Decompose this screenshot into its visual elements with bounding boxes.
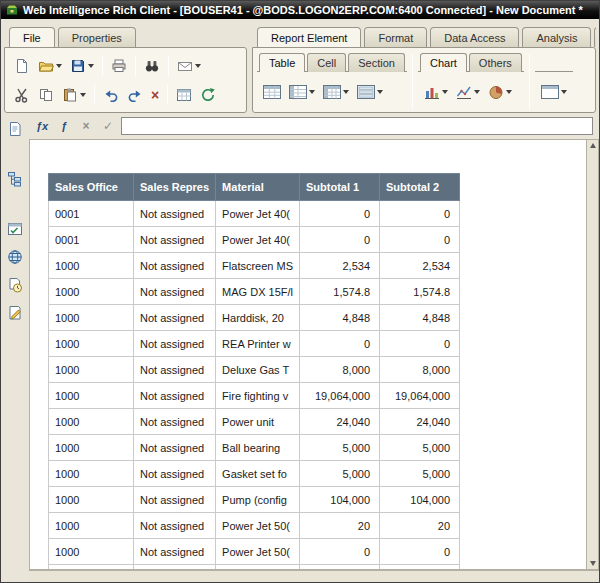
tab-cell[interactable]: Cell	[307, 53, 346, 72]
undo-button[interactable]	[99, 83, 123, 107]
table-cell[interactable]: 1000	[49, 279, 134, 305]
open-button[interactable]	[34, 54, 66, 78]
table-cell[interactable]: 20	[380, 565, 460, 571]
document-summary-button[interactable]	[4, 118, 26, 140]
delete-button[interactable]: ×	[147, 83, 163, 107]
validate-formula-button[interactable]: ✓	[99, 117, 117, 135]
table-cell[interactable]: 1000	[49, 487, 134, 513]
table-cell[interactable]: 5,000	[300, 435, 380, 461]
insert-bar-chart-button[interactable]	[420, 80, 452, 104]
tab-section[interactable]: Section	[348, 53, 405, 72]
define-vertical-table-button[interactable]	[259, 80, 285, 104]
paste-button[interactable]	[58, 83, 90, 107]
tab-others[interactable]: Others	[469, 53, 522, 72]
table-cell[interactable]: 19,064,000	[300, 383, 380, 409]
table-cell[interactable]: 0	[300, 539, 380, 565]
redo-button[interactable]	[123, 83, 147, 107]
table-cell[interactable]: 104,000	[380, 487, 460, 513]
table-cell[interactable]: 1,574.8	[380, 279, 460, 305]
column-header[interactable]: Subtotal 1	[300, 174, 380, 201]
table-cell[interactable]: 8,000	[300, 357, 380, 383]
table-cell[interactable]: 8,000	[380, 357, 460, 383]
table-cell[interactable]: 0	[300, 227, 380, 253]
table-cell[interactable]: 20	[300, 513, 380, 539]
table-cell[interactable]: Gasket set fo	[216, 461, 300, 487]
table-cell[interactable]: 5,000	[380, 435, 460, 461]
input-controls-button[interactable]	[4, 218, 26, 240]
table-cell[interactable]: 1000	[49, 539, 134, 565]
table-cell[interactable]: 0	[300, 331, 380, 357]
table-cell[interactable]: 1000	[49, 409, 134, 435]
scroll-down-icon[interactable]	[590, 561, 596, 566]
horizontal-scrollbar[interactable]	[29, 570, 599, 582]
define-crosstab-button[interactable]	[319, 80, 353, 104]
table-cell[interactable]: 4,848	[380, 305, 460, 331]
table-cell[interactable]: Harddisk, 20	[216, 305, 300, 331]
table-cell[interactable]: Not assigned	[134, 409, 216, 435]
table-cell[interactable]: 19,064,000	[380, 383, 460, 409]
table-cell[interactable]: Not assigned	[134, 461, 216, 487]
table-cell[interactable]: Power Jet 40(	[216, 227, 300, 253]
tab-page-setup[interactable]: Page Setup	[594, 27, 596, 47]
copy-button[interactable]	[34, 83, 58, 107]
table-cell[interactable]: Power Jet 50(	[216, 539, 300, 565]
table-cell[interactable]: REA Printer w	[216, 331, 300, 357]
table-cell[interactable]: 104,000	[300, 487, 380, 513]
table-cell[interactable]: Deluxe Gas T	[216, 357, 300, 383]
design-button[interactable]	[172, 83, 196, 107]
cancel-formula-button[interactable]: ×	[77, 117, 95, 135]
tab-report-element[interactable]: Report Element	[257, 27, 361, 47]
table-cell[interactable]: Not assigned	[134, 227, 216, 253]
table-cell[interactable]: 0	[380, 201, 460, 227]
table-cell[interactable]: Pump (config	[216, 487, 300, 513]
define-horizontal-table-button[interactable]	[285, 80, 319, 104]
tab-format[interactable]: Format	[364, 27, 427, 47]
table-cell[interactable]: Not assigned	[134, 435, 216, 461]
more-tools-button[interactable]	[537, 80, 571, 104]
table-cell[interactable]: Not assigned	[134, 539, 216, 565]
table-cell[interactable]: 0001	[49, 227, 134, 253]
table-cell[interactable]: Not assigned	[134, 513, 216, 539]
table-cell[interactable]: 1000	[49, 513, 134, 539]
table-cell[interactable]: Flatscreen MS	[216, 253, 300, 279]
table-cell[interactable]: Industry Clea	[216, 565, 300, 571]
table-cell[interactable]: 5,000	[380, 461, 460, 487]
table-cell[interactable]: 2,534	[380, 253, 460, 279]
tab-chart[interactable]: Chart	[420, 53, 467, 72]
tab-data-access[interactable]: Data Access	[430, 27, 519, 47]
table-cell[interactable]: 0	[380, 227, 460, 253]
define-form-button[interactable]	[353, 80, 387, 104]
formula-toolbar-button[interactable]: ƒx	[33, 117, 51, 135]
table-cell[interactable]: 1,574.8	[300, 279, 380, 305]
cut-button[interactable]	[10, 83, 34, 107]
column-header[interactable]: Material	[216, 174, 300, 201]
table-cell[interactable]: Not assigned	[134, 357, 216, 383]
formula-input[interactable]	[121, 117, 593, 135]
table-cell[interactable]: 5,000	[300, 461, 380, 487]
table-cell[interactable]: 2,534	[300, 253, 380, 279]
find-button[interactable]	[140, 54, 164, 78]
report-canvas[interactable]: Sales OfficeSales RepresMaterialSubtotal…	[29, 139, 586, 570]
table-cell[interactable]: 4,848	[300, 305, 380, 331]
table-cell[interactable]: 20	[380, 513, 460, 539]
table-cell[interactable]: 1000	[49, 435, 134, 461]
navigation-map-button[interactable]	[4, 168, 26, 190]
vertical-scrollbar[interactable]	[586, 139, 599, 570]
table-cell[interactable]: 20	[300, 565, 380, 571]
save-button[interactable]	[66, 54, 98, 78]
table-cell[interactable]: Not assigned	[134, 201, 216, 227]
table-cell[interactable]: 1000	[49, 357, 134, 383]
table-cell[interactable]: 1000	[49, 565, 134, 571]
table-cell[interactable]: 0	[380, 539, 460, 565]
insert-line-chart-button[interactable]	[452, 80, 484, 104]
tab-analysis[interactable]: Analysis	[522, 27, 591, 47]
table-cell[interactable]: 24,040	[300, 409, 380, 435]
scroll-up-icon[interactable]	[590, 143, 596, 148]
web-button[interactable]	[4, 246, 26, 268]
table-cell[interactable]: 1000	[49, 461, 134, 487]
table-cell[interactable]: Not assigned	[134, 383, 216, 409]
table-cell[interactable]: Not assigned	[134, 305, 216, 331]
tab-file[interactable]: File	[9, 27, 55, 47]
refresh-button[interactable]	[196, 83, 220, 107]
table-cell[interactable]: Not assigned	[134, 565, 216, 571]
